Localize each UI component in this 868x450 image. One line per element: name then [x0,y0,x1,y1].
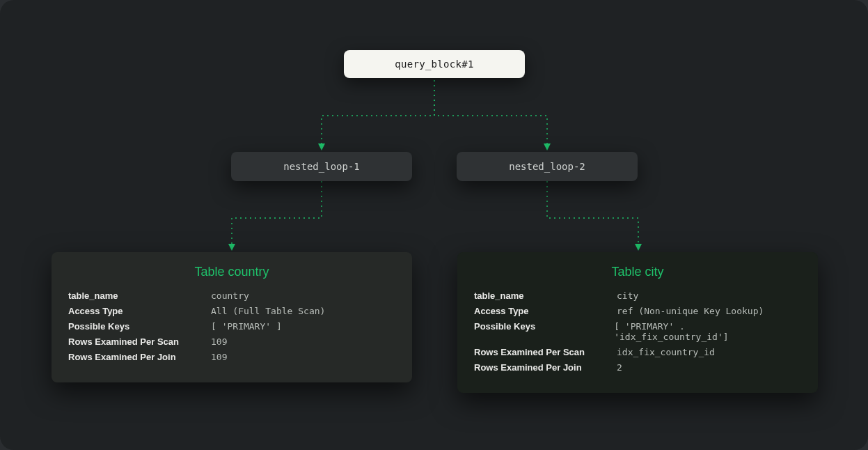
row-label: Possible Keys [474,321,614,342]
row-label: Rows Examined Per Scan [68,336,211,347]
row-value: [ 'PRIMARY' . 'idx_fix_country_id'] [614,321,801,342]
row-value: 109 [211,336,227,347]
table-card-city: Table city table_name city Access Type r… [457,252,818,393]
table-row: Rows Examined Per Scan idx_fix_country_i… [474,347,801,357]
table-row: table_name country [68,290,395,301]
table-row: Possible Keys [ 'PRIMARY' . 'idx_fix_cou… [474,321,801,342]
table-row: Access Type All (Full Table Scan) [68,306,395,316]
nested-loop-2-label: nested_loop-2 [509,161,585,172]
table-row: Rows Examined Per Join 109 [68,352,395,362]
row-value: city [617,290,638,301]
nested-loop-node-1: nested_loop-1 [231,152,412,181]
row-value: [ 'PRIMARY' ] [211,321,282,332]
row-label: Rows Examined Per Join [68,352,211,362]
table-title: Table country [68,265,395,279]
nested-loop-node-2: nested_loop-2 [457,152,638,181]
row-value: 2 [617,362,622,373]
query-block-label: query_block#1 [395,59,473,70]
table-row: Rows Examined Per Scan 109 [68,336,395,347]
row-label: Access Type [474,306,617,316]
row-label: Possible Keys [68,321,211,332]
row-value: idx_fix_country_id [617,347,715,357]
row-label: table_name [474,290,617,301]
row-value: All (Full Table Scan) [211,306,325,316]
query-plan-diagram: query_block#1 nested_loop-1 nested_loop-… [0,0,868,450]
table-row: Access Type ref (Non-unique Key Lookup) [474,306,801,316]
row-label: Rows Examined Per Join [474,362,617,373]
nested-loop-1-label: nested_loop-1 [283,161,360,172]
row-value: ref (Non-unique Key Lookup) [617,306,764,316]
svg-marker-3 [635,244,642,251]
svg-marker-1 [544,143,551,150]
svg-marker-2 [228,244,235,251]
row-label: table_name [68,290,211,301]
table-row: Rows Examined Per Join 2 [474,362,801,373]
query-block-node: query_block#1 [344,50,525,78]
row-value: 109 [211,352,227,362]
table-title: Table city [474,265,801,279]
table-row: Possible Keys [ 'PRIMARY' ] [68,321,395,332]
table-card-country: Table country table_name country Access … [52,252,412,382]
svg-marker-0 [318,143,325,150]
row-value: country [211,290,249,301]
row-label: Access Type [68,306,211,316]
row-label: Rows Examined Per Scan [474,347,617,357]
table-row: table_name city [474,290,801,301]
